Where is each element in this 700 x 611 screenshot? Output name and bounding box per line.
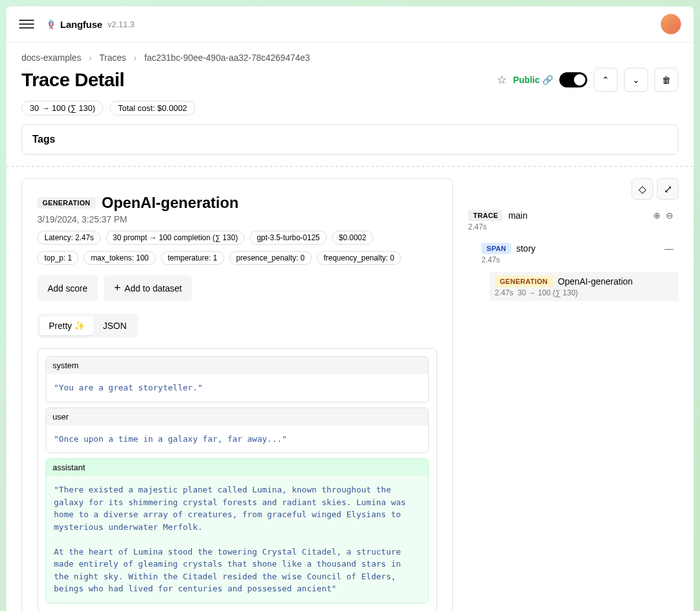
star-icon[interactable]: ☆ <box>497 73 507 87</box>
chevron-right-icon: › <box>134 53 137 63</box>
remove-icon[interactable]: ⊖ <box>666 210 673 221</box>
presence-penalty-chip: presence_penalty: 0 <box>229 251 312 265</box>
breadcrumb: docs-examples › Traces › fac231bc-90ee-4… <box>6 42 694 63</box>
add-dataset-label: Add to dataset <box>125 283 182 293</box>
badge-icon: ◇ <box>639 183 646 195</box>
breadcrumb-trace-id[interactable]: fac231bc-90ee-490a-aa32-78c4269474e3 <box>144 53 310 63</box>
add-to-dataset-button[interactable]: + Add to dataset <box>104 275 192 301</box>
public-toggle[interactable] <box>559 72 587 87</box>
message-system: system "You are a great storyteller." <box>46 356 429 402</box>
delete-button[interactable]: 🗑 <box>654 68 678 92</box>
tree-node-trace[interactable]: TRACE main ⊕ ⊖ 2.47s <box>463 206 678 235</box>
message-role: user <box>46 408 428 425</box>
sparkles-icon: ✨ <box>74 321 85 331</box>
tab-pretty[interactable]: Pretty ✨ <box>40 316 94 335</box>
top-p-chip: top_p: 1 <box>37 251 79 265</box>
generation-time: 2.47s <box>495 288 513 297</box>
message-role: assistant <box>46 459 428 476</box>
temperature-chip: temperature: 1 <box>161 251 224 265</box>
trace-name: main <box>508 210 527 221</box>
minus-icon[interactable]: — <box>665 243 673 254</box>
message-role: system <box>46 357 428 374</box>
generation-name: OpenAI-generation <box>558 276 633 286</box>
plus-icon: + <box>114 281 121 295</box>
public-text: Public <box>513 75 540 85</box>
avatar[interactable] <box>661 14 681 34</box>
logo-icon: 🪢 <box>46 19 56 29</box>
generation-badge: GENERATION <box>37 197 96 209</box>
menu-button[interactable] <box>19 16 34 32</box>
brand-name: Langfuse <box>60 19 103 30</box>
trace-badge: TRACE <box>468 210 503 221</box>
tree-scores-button[interactable]: ◇ <box>632 178 653 200</box>
version-label: v2.11.3 <box>108 20 135 29</box>
tree-collapse-button[interactable]: ⤢ <box>657 178 678 200</box>
generation-card: GENERATION OpenAI-generation 3/19/2024, … <box>22 178 453 611</box>
public-label[interactable]: Public 🔗 <box>513 75 553 85</box>
breadcrumb-traces[interactable]: Traces <box>99 53 126 63</box>
next-button[interactable]: ⌄ <box>624 68 648 92</box>
message-content: "Once upon a time in a galaxy far, far a… <box>46 425 428 453</box>
message-content: "You are a great storyteller." <box>46 374 428 402</box>
generation-tokens: 30 → 100 (∑ 130) <box>518 288 578 297</box>
message-assistant: assistant "There existed a majestic plan… <box>46 458 429 603</box>
frequency-penalty-chip: frequency_penalty: 0 <box>317 251 401 265</box>
max-tokens-chip: max_tokens: 100 <box>84 251 155 265</box>
chevron-right-icon: › <box>89 53 92 63</box>
trash-icon: 🗑 <box>662 75 671 85</box>
tree-node-generation[interactable]: GENERATION OpenAI-generation 2.47s 30 → … <box>490 272 678 301</box>
generation-badge: GENERATION <box>495 276 553 287</box>
token-summary-pill: 30 → 100 (∑ 130) <box>22 101 103 115</box>
chevron-down-icon: ⌄ <box>632 75 640 85</box>
span-badge: SPAN <box>481 243 511 254</box>
message-content: "There existed a majestic planet called … <box>46 476 428 603</box>
chevron-up-icon: ⌃ <box>602 75 609 85</box>
generation-timestamp: 3/19/2024, 3:25:37 PM <box>37 214 437 224</box>
tab-pretty-label: Pretty <box>49 321 72 331</box>
add-icon[interactable]: ⊕ <box>653 210 661 221</box>
page-title: Trace Detail <box>22 69 124 91</box>
add-score-button[interactable]: Add score <box>37 275 98 301</box>
prev-button[interactable]: ⌃ <box>594 68 618 92</box>
tree-node-span[interactable]: SPAN story — 2.47s <box>476 239 678 268</box>
generation-title: OpenAI-generation <box>102 194 239 212</box>
trace-tree: ◇ ⤢ TRACE main ⊕ ⊖ 2.47s SPAN <box>463 178 678 611</box>
tokens-chip: 30 prompt → 100 completion (∑ 130) <box>106 231 245 245</box>
model-chip: gpt-3.5-turbo-0125 <box>250 231 326 245</box>
collapse-icon: ⤢ <box>664 183 672 195</box>
span-name: story <box>516 243 535 254</box>
tags-section[interactable]: Tags <box>22 124 678 155</box>
cost-summary-pill: Total cost: $0.0002 <box>110 101 195 115</box>
link-icon: 🔗 <box>542 75 553 85</box>
latency-chip: Latency: 2.47s <box>37 231 101 245</box>
breadcrumb-project[interactable]: docs-examples <box>22 53 81 63</box>
span-time: 2.47s <box>481 255 673 264</box>
tab-json[interactable]: JSON <box>94 316 135 335</box>
trace-time: 2.47s <box>468 222 673 231</box>
message-user: user "Once upon a time in a galaxy far, … <box>46 408 429 454</box>
cost-chip: $0.0002 <box>332 231 373 245</box>
